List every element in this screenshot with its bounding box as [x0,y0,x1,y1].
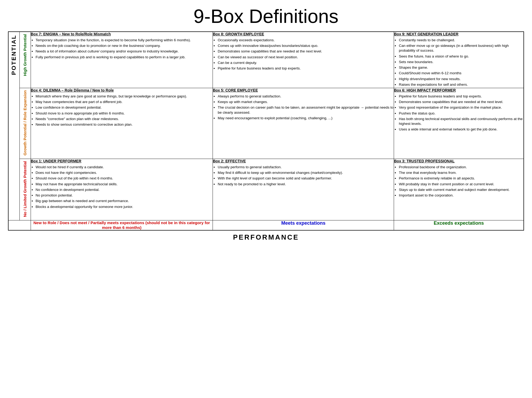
page-title: 9-Box Definitions [8,5,524,27]
growth-expansion-label: Growth Potential / Role Expansion [21,88,29,158]
list-item: Needs "corrective" action plan with clea… [36,117,213,121]
list-item: Sees the future, has a vision of where t… [399,54,523,59]
list-item: Low confidence in development potential. [36,105,213,110]
bottom-col2-cell: Meets expectations [213,220,394,231]
list-item: Pipeline for future business leaders and… [399,94,523,99]
list-item: Needs a lot of information about culture… [36,49,213,54]
list-item: Professional backbone of the organizatio… [399,165,523,170]
box1-title: Box 1: UNDER PERFORMER [31,159,213,163]
bottom-col3-label: Exceeds expectations [434,220,484,226]
list-item: Should move to a more appropriate job wi… [36,111,213,116]
row-no-limited: No / Limited Growth Potential Box 1: UND… [8,159,524,220]
list-item: Highly driven/impatient for new results. [399,77,523,81]
list-item: No promotion potential. [36,193,213,198]
box9-cell: Box 9: NEXT GENERATION LEADER Constantly… [394,32,524,88]
no-limited-label: No / Limited Growth Potential [21,159,29,219]
list-item: Comes up with innovative ideas/pushes bo… [218,43,394,48]
no-limited-label-cell: No / Limited Growth Potential [19,159,31,220]
high-growth-label-cell: High Growth Potential [19,32,31,88]
bottom-col3-cell: Exceeds expectations [394,220,524,231]
box4-bullets: Mismatch where they are (are good at som… [31,94,213,127]
list-item: Can be a current deputy. [218,60,394,65]
list-item: May need encouragement to exploit potent… [218,116,394,121]
list-item: Shapes the game. [399,65,523,70]
high-growth-label: High Growth Potential [21,32,29,78]
list-item: Fully performed in previous job and is w… [36,55,213,60]
box6-bullets: Pipeline for future business leaders and… [394,94,523,132]
row-growth-expansion: Growth Potential / Role Expansion Box 4:… [8,88,524,159]
row-high-growth: POTENTIAL High Growth Potential Box 7: E… [8,32,524,88]
list-item: Can be viewed as successor of next level… [218,55,394,60]
box6-title: Box 6: HIGH IMPACT PERFORMER [394,88,523,92]
list-item: Will probably stay in their current posi… [399,182,523,187]
list-item: Demonstrates some capabilities that are … [218,49,394,54]
box5-cell: Box 5: CORE EMPLOYEE Always performs to … [213,88,394,159]
box4-title: Box 4: DILEMMA – Role Dilemma / New to R… [31,88,213,92]
list-item: Occasionally exceeds expectations. [218,38,394,43]
box7-bullets: Temporary situation (new in the function… [31,38,213,60]
box2-cell: Box 2: EFFECTIVE Usually performs to gen… [213,159,394,220]
list-item: Performance is extremely reliable in all… [399,176,523,181]
list-item: Needs on-the-job coaching due to promoti… [36,43,213,48]
list-item: May not have the appropriate technical/s… [36,182,213,187]
box1-bullets: Would not be hired if currently a candid… [31,165,213,209]
list-item: May have competencies that are part of a… [36,100,213,104]
list-item: The one that everybody learns from. [399,170,523,175]
list-item: Always performs to general satisfaction. [218,94,394,99]
list-item: Uses a wide internal and external networ… [399,127,523,132]
bottom-col1-cell: New to Role / Does not meet / Partially … [31,220,213,231]
list-item: Important asset to the corporation. [399,193,523,198]
growth-expansion-label-cell: Growth Potential / Role Expansion [19,88,31,159]
bottom-labels-row: New to Role / Does not meet / Partially … [8,220,524,231]
bottom-col1-label: New to Role / Does not meet / Partially … [34,220,210,230]
box2-bullets: Usually performs to general satisfaction… [213,165,394,187]
main-grid: POTENTIAL High Growth Potential Box 7: E… [8,31,524,231]
list-item: Could/Should move within 6-12 months [399,71,523,76]
potential-label-text: POTENTIAL [9,32,18,78]
box6-cell: Box 6: HIGH IMPACT PERFORMER Pipeline fo… [394,88,524,159]
list-item: Sets new boundaries. [399,60,523,64]
list-item: Very good representative of the organiza… [399,105,523,110]
box3-cell: Box 3: TRUSTED PROFESSIONAL Professional… [394,159,524,220]
list-item: Demonstrates some capabilities that are … [399,100,523,104]
list-item: Blocks a developmental opportunity for s… [36,204,213,209]
box8-title: Box 8: GROWTH EMPLOYEE [213,32,394,36]
list-item: May find it difficult to keep up with en… [218,170,394,175]
list-item: Stays up to date with current market and… [399,187,523,192]
list-item: Keeps up with market changes. [218,100,394,104]
box9-title: Box 9: NEXT GENERATION LEADER [394,32,523,36]
list-item: Usually performs to general satisfaction… [218,165,394,170]
list-item: The crucial decision on career path has … [218,105,394,115]
list-item: Needs to show serious commitment to corr… [36,122,213,127]
list-item: Pipeline for future business leaders and… [218,66,394,71]
list-item: With the right level of support can beco… [218,176,394,181]
box8-cell: Box 8: GROWTH EMPLOYEE Occasionally exce… [213,32,394,88]
list-item: Pushes the status quo. [399,111,523,116]
list-item: No confidence in development potential. [36,187,213,192]
list-item: Can either move up or go sideways (in a … [399,43,523,53]
list-item: Big gap between what is needed and curre… [36,199,213,203]
list-item: Not ready to be promoted to a higher lev… [218,182,394,187]
box5-bullets: Always performs to general satisfaction.… [213,94,394,121]
list-item: Has both strong technical expert/social … [399,117,523,126]
list-item: Should move out of the job within next 6… [36,176,213,181]
box7-cell: Box 7: ENIGMA – New to Role/Role Mismatc… [31,32,213,88]
list-item: Would not be hired if currently a candid… [36,165,213,170]
list-item: Does not have the right competencies. [36,170,213,175]
list-item: Raises the expectations for self and oth… [399,82,523,87]
list-item: Temporary situation (new in the function… [36,38,213,43]
box7-title: Box 7: ENIGMA – New to Role/Role Mismatc… [31,32,213,36]
box2-title: Box 2: EFFECTIVE [213,159,394,163]
list-item: Constantly needs to be challenged. [399,38,523,43]
box3-title: Box 3: TRUSTED PROFESSIONAL [394,159,523,163]
box4-cell: Box 4: DILEMMA – Role Dilemma / New to R… [31,88,213,159]
box3-bullets: Professional backbone of the organizatio… [394,165,523,198]
box8-bullets: Occasionally exceeds expectations. Comes… [213,38,394,71]
bottom-col2-label: Meets expectations [281,220,326,226]
performance-footer: PERFORMANCE [8,231,524,243]
potential-label-cell: POTENTIAL [8,32,19,220]
list-item: Mismatch where they are (are good at som… [36,94,213,99]
box9-bullets: Constantly needs to be challenged. Can e… [394,38,523,87]
box5-title: Box 5: CORE EMPLOYEE [213,88,394,92]
box1-cell: Box 1: UNDER PERFORMER Would not be hire… [31,159,213,220]
